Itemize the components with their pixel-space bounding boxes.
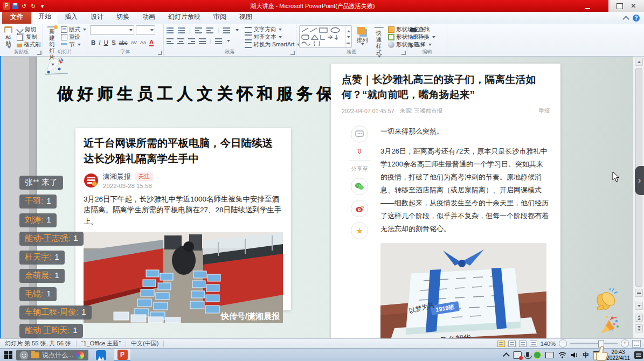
font-size-select[interactable] <box>136 25 155 35</box>
wifi-icon[interactable] <box>558 352 566 358</box>
thumbs-up-emoji-icon <box>592 344 609 361</box>
overlay-panel-toggle[interactable]: › <box>635 166 644 195</box>
file-explorer-icon[interactable] <box>31 352 39 358</box>
chat-message: 能动 王昀天:1 <box>19 324 83 338</box>
taskbar-powerpoint[interactable]: P <box>114 349 130 361</box>
slideshow-view-button[interactable] <box>530 341 537 347</box>
align-right-icon[interactable] <box>188 38 195 44</box>
shape-fill-icon <box>388 26 394 33</box>
align-text-button[interactable]: 对齐文本 <box>245 33 300 41</box>
increase-indent-icon[interactable] <box>206 27 213 33</box>
screen-record-icon[interactable] <box>513 351 522 359</box>
collapse-ribbon-icon[interactable] <box>622 16 629 23</box>
justify-icon[interactable] <box>199 38 206 44</box>
quick-styles-button[interactable]: 快速样式 <box>372 25 385 49</box>
drawing-dialog-launcher[interactable] <box>401 51 406 55</box>
zoom-level[interactable]: 140% <box>541 341 556 347</box>
language-indicator[interactable]: 中文(中国) <box>126 339 163 348</box>
find-button[interactable]: 查找 <box>410 26 435 33</box>
pinwheel-app-icon[interactable] <box>76 351 84 359</box>
start-button[interactable] <box>4 351 12 359</box>
undo-icon[interactable]: ↺ <box>20 3 27 10</box>
scroll-down-button[interactable] <box>635 302 643 310</box>
section-button[interactable]: 节 <box>61 41 86 48</box>
taskbar-clock[interactable]: 20:43 2022/4/11 <box>606 349 630 361</box>
microphone-icon[interactable] <box>526 352 529 357</box>
underline-button[interactable]: U <box>104 39 108 46</box>
powerpoint-logo-icon[interactable]: P <box>3 2 10 10</box>
tab-transitions[interactable]: 切换 <box>110 11 136 24</box>
reset-button[interactable]: 重设 <box>61 33 86 41</box>
normal-view-button[interactable] <box>497 341 505 347</box>
font-dialog-launcher[interactable] <box>158 51 162 55</box>
scroll-up-button[interactable] <box>635 58 643 66</box>
tab-design[interactable]: 设计 <box>84 11 110 24</box>
replace-button[interactable]: ab替换 <box>410 33 435 41</box>
cut-button[interactable]: 剪切 <box>17 26 41 33</box>
bullets-icon[interactable] <box>167 27 174 33</box>
decrease-indent-icon[interactable] <box>195 27 202 33</box>
copy-button[interactable]: 复制 <box>17 33 41 41</box>
font-color-button[interactable]: A <box>149 39 154 46</box>
smiley-reaction-icon[interactable] <box>19 351 29 360</box>
layout-button[interactable]: 版式 <box>61 26 86 33</box>
clipboard-dialog-launcher[interactable] <box>37 51 41 55</box>
change-case-button[interactable]: Aa <box>140 40 146 45</box>
italic-button[interactable]: I <box>99 39 100 46</box>
left-article-body: 3月26日下午起，长沙雅礼中学近1000名师生被集中安排至酒店隔离。隔离学生所需… <box>84 194 283 228</box>
shadow-button[interactable]: S <box>112 39 116 46</box>
strikethrough-button[interactable]: abc <box>119 40 128 46</box>
close-button[interactable]: ✕ <box>631 0 636 12</box>
arrange-button[interactable]: 排列 <box>355 25 370 49</box>
display-icon[interactable] <box>545 352 554 358</box>
taskbar-meeting-app[interactable] <box>93 349 109 361</box>
paragraph-dialog-launcher[interactable] <box>290 51 295 55</box>
tab-file[interactable]: 文件 <box>2 11 31 24</box>
tab-view[interactable]: 视图 <box>233 11 259 24</box>
paste-button[interactable]: 粘贴 <box>3 25 14 49</box>
qat-customize-icon[interactable]: ▾ <box>39 3 46 10</box>
zoom-in-button[interactable]: + <box>621 339 629 348</box>
tab-animations[interactable]: 动画 <box>136 11 162 24</box>
shapes-gallery[interactable] <box>299 25 352 48</box>
char-spacing-button[interactable]: AV <box>131 40 137 45</box>
slide-canvas[interactable]: 做好师生员工人文关怀和服务保障 47 近千台网课所需的平板电脑，今日陆续送达长沙… <box>37 56 633 338</box>
chat-input-overlay[interactable]: 说点什么... <box>16 350 88 360</box>
help-icon[interactable]: ? <box>633 15 640 22</box>
volume-icon[interactable] <box>571 352 578 358</box>
fit-to-window-button[interactable] <box>632 340 641 348</box>
maximize-button[interactable] <box>617 3 623 9</box>
scrollbar-split-handle[interactable] <box>635 289 643 297</box>
line-spacing-icon[interactable] <box>223 27 230 33</box>
tray-expand-icon[interactable] <box>503 352 510 359</box>
vertical-scrollbar[interactable] <box>633 56 644 338</box>
redo-icon[interactable]: ↻ <box>30 3 37 10</box>
tab-insert[interactable]: 插入 <box>58 11 84 24</box>
zoom-out-button[interactable]: − <box>559 339 567 348</box>
chat-input-placeholder[interactable]: 说点什么... <box>42 351 73 360</box>
bold-button[interactable]: B <box>91 39 95 46</box>
ime-language-indicator[interactable]: 中 <box>583 351 589 360</box>
minimize-button[interactable] <box>580 2 594 9</box>
next-slide-button[interactable] <box>635 324 643 332</box>
tab-review[interactable]: 审阅 <box>207 11 233 24</box>
new-slide-button[interactable]: 新建 幻灯片 <box>46 25 58 49</box>
convert-smartart-button[interactable]: 转换为 SmartArt <box>245 41 300 48</box>
previous-slide-button[interactable] <box>635 314 643 322</box>
format-painter-button[interactable]: 格式刷 <box>17 41 41 48</box>
align-left-icon[interactable] <box>167 38 174 44</box>
select-button[interactable]: 选择 <box>410 41 435 48</box>
columns-icon[interactable] <box>215 38 222 44</box>
window-title: 湖大讲座 - Microsoft PowerPoint(产品激活失败) <box>162 2 463 10</box>
align-center-icon[interactable] <box>177 38 184 44</box>
shapes-scroll[interactable] <box>345 26 351 47</box>
notification-center-icon[interactable] <box>634 351 643 359</box>
antivirus-icon[interactable] <box>534 351 541 359</box>
text-direction-button[interactable]: 文字方向 <box>245 26 300 33</box>
font-name-select[interactable] <box>90 25 134 35</box>
tab-slideshow[interactable]: 幻灯片放映 <box>162 11 207 24</box>
slide-sorter-view-button[interactable] <box>508 341 516 347</box>
reading-view-button[interactable] <box>519 341 527 347</box>
save-icon[interactable] <box>12 3 18 9</box>
numbering-icon[interactable] <box>178 27 185 33</box>
